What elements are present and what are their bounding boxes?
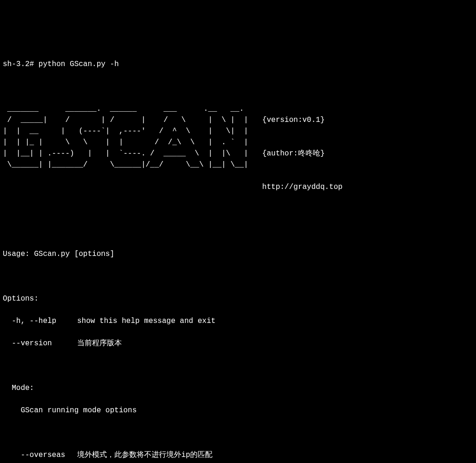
option-overseas: --overseas境外模式，此参数将不进行境外ip的匹配	[3, 450, 473, 461]
terminal-output: sh-3.2# python GScan.py -h _______ _____…	[3, 47, 473, 463]
opt-desc: show this help message and exit	[77, 315, 216, 327]
mode-subheader: GScan running mode options	[3, 405, 473, 416]
shell-prompt: sh-3.2#	[3, 59, 39, 70]
opt-flag: -h, --help	[3, 315, 77, 327]
opt-desc: 境外模式，此参数将不进行境外ip的匹配	[77, 450, 212, 461]
usage-line: Usage: GScan.py [options]	[3, 248, 473, 260]
mode-header: Mode:	[3, 382, 473, 394]
author-line: {author:咚咚呛}	[262, 149, 324, 158]
command-line: sh-3.2# python GScan.py -h	[3, 59, 473, 70]
opt-flag: --overseas	[3, 450, 77, 461]
url-line: http://grayddq.top	[262, 183, 343, 191]
ascii-meta: {version:v0.1} {author:咚咚呛} http://grayd…	[262, 103, 343, 193]
ascii-logo: _______ _______. ______ ___ .__ __. / __…	[3, 103, 248, 170]
option-version: --version当前程序版本	[3, 338, 473, 349]
opt-flag: --version	[3, 338, 77, 349]
ascii-banner: _______ _______. ______ ___ .__ __. / __…	[3, 103, 473, 193]
opt-desc: 当前程序版本	[77, 338, 122, 349]
version-line: {version:v0.1}	[262, 116, 324, 124]
options-header: Options:	[3, 293, 473, 304]
option-help: -h, --helpshow this help message and exi…	[3, 315, 473, 327]
typed-command: python GScan.py -h	[39, 59, 119, 70]
